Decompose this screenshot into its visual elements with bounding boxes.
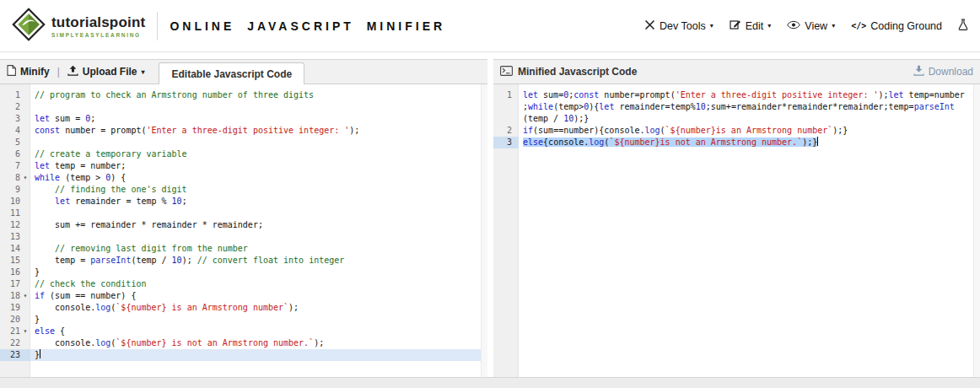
line-number[interactable]: 22 — [0, 337, 30, 349]
nav-edit-label: Edit — [746, 20, 764, 32]
editable-code-editor[interactable]: 1// program to check an Armstrong number… — [0, 84, 487, 377]
line-number[interactable]: 20 — [0, 314, 30, 326]
right-editor-vertical-scrollbar[interactable] — [973, 84, 980, 377]
minified-code-title: Minified Javascript Code — [518, 66, 637, 78]
line-number[interactable]: 3 — [0, 113, 30, 125]
line-number[interactable]: 8▾ — [0, 172, 30, 184]
code-line[interactable]: 14 // removing last digit from the numbe… — [0, 243, 487, 255]
line-number[interactable]: 11 — [0, 207, 30, 219]
left-editor-vertical-scrollbar[interactable] — [481, 84, 487, 377]
upload-file-label: Upload File — [83, 66, 137, 78]
fold-toggle-icon[interactable]: ▾ — [20, 326, 30, 337]
line-number[interactable]: 12 — [0, 219, 30, 231]
fold-toggle-icon[interactable]: ▾ — [20, 290, 30, 302]
line-number[interactable]: 21▾ — [0, 326, 30, 337]
line-number[interactable]: 13 — [0, 231, 30, 243]
line-number[interactable]: 9 — [0, 184, 30, 196]
chevron-down-icon: ▾ — [710, 22, 713, 30]
code-line[interactable]: 12 sum += remainder * remainder * remain… — [0, 219, 487, 231]
line-number[interactable]: 23 — [0, 349, 30, 361]
line-number[interactable]: 19 — [0, 302, 30, 314]
code-line[interactable]: 23} — [0, 349, 487, 361]
line-number[interactable]: 5 — [0, 137, 30, 148]
line-number[interactable]: 1 — [0, 89, 30, 101]
code-line[interactable]: 18▾if (sum == number) { — [0, 290, 487, 302]
fold-toggle-icon[interactable]: ▾ — [20, 172, 30, 184]
upload-file-button[interactable]: Upload File ▾ — [67, 65, 145, 78]
line-number[interactable]: 6 — [0, 148, 30, 160]
line-number[interactable]: 2 — [493, 125, 519, 137]
editable-code-panel: Minify | Upload File ▾ Editable Javascri… — [0, 59, 487, 377]
line-number[interactable]: 10 — [0, 196, 30, 207]
line-number[interactable]: 17 — [0, 278, 30, 290]
code-line[interactable]: 21▾else { — [0, 326, 487, 337]
code-line[interactable]: 5 — [0, 137, 487, 148]
line-number[interactable]: 16 — [0, 267, 30, 278]
code-line[interactable]: 2 — [0, 101, 487, 113]
tutorialspoint-logo[interactable]: tutorialspoint SIMPLYEASYLEARNING — [12, 8, 145, 45]
code-line[interactable]: 8▾while (temp > 0) { — [0, 172, 487, 184]
line-number[interactable]: 15 — [0, 255, 30, 267]
dev-tools-icon — [644, 19, 655, 33]
line-number[interactable]: 1 — [493, 89, 519, 125]
code-line[interactable]: 3let sum = 0; — [0, 113, 487, 125]
code-line[interactable]: 6// create a temporary variable — [0, 148, 487, 160]
toolbar-separator: | — [57, 66, 60, 78]
nav-dev-tools[interactable]: Dev Tools ▾ — [644, 19, 713, 33]
nav-coding-ground[interactable]: </> Coding Ground — [851, 20, 942, 32]
nav-view[interactable]: View ▾ — [787, 20, 835, 32]
code-line[interactable]: 7let temp = number; — [0, 160, 487, 172]
code-lines: 1let sum=0;const number=prompt('Enter a … — [493, 84, 980, 148]
app-header: tutorialspoint SIMPLYEASYLEARNING ONLINE… — [0, 0, 980, 52]
nav-coding-ground-label: Coding Ground — [870, 20, 942, 32]
code-line[interactable]: 1let sum=0;const number=prompt('Enter a … — [493, 89, 980, 125]
code-icon: </> — [851, 21, 866, 30]
code-line[interactable]: 19 console.log(`${number} is an Armstron… — [0, 302, 487, 314]
nav-lab[interactable] — [958, 19, 968, 34]
code-line[interactable]: 15 temp = parseInt(temp / 10); // conver… — [0, 255, 487, 267]
line-number[interactable]: 7 — [0, 160, 30, 172]
minify-button-label: Minify — [20, 66, 50, 78]
line-number[interactable]: 4 — [0, 125, 30, 137]
left-toolbar: Minify | Upload File ▾ Editable Javascri… — [0, 59, 487, 84]
download-button[interactable]: Download — [913, 65, 973, 78]
code-line[interactable]: 10 let remainder = temp % 10; — [0, 196, 487, 207]
code-lines: 1// program to check an Armstrong number… — [0, 84, 487, 361]
right-toolbar: Minified Javascript Code Download — [493, 59, 980, 84]
code-line[interactable]: 1// program to check an Armstrong number… — [0, 89, 487, 101]
page-title: ONLINE JAVASCRIPT MINIFIER — [170, 19, 445, 33]
code-line[interactable]: 13 — [0, 231, 487, 243]
code-line[interactable]: 20} — [0, 314, 487, 326]
tab-label: Editable Javascript Code — [171, 68, 292, 80]
line-number[interactable]: 3 — [493, 137, 519, 148]
line-number[interactable]: 14 — [0, 243, 30, 255]
code-line[interactable]: 4const number = prompt('Enter a three-di… — [0, 125, 487, 137]
logo-wordmark: tutorialspoint — [51, 14, 145, 31]
code-line[interactable]: 11 — [0, 207, 487, 219]
code-line[interactable]: 17// check the condition — [0, 278, 487, 290]
header-divider — [157, 12, 158, 40]
terminal-icon — [500, 66, 513, 78]
chevron-down-icon: ▾ — [767, 22, 771, 30]
tab-editable-javascript-code[interactable]: Editable Javascript Code — [159, 62, 304, 84]
minified-code-panel: Minified Javascript Code Download 1let s… — [493, 59, 980, 377]
minified-code-editor[interactable]: 1let sum=0;const number=prompt('Enter a … — [493, 84, 980, 377]
selected-text: else{console.log(`${number}is not an Arm… — [523, 137, 817, 147]
code-line[interactable]: 2if(sum==number){console.log(`${number}i… — [493, 125, 980, 137]
nav-edit[interactable]: Edit ▾ — [730, 19, 772, 33]
lab-flask-icon — [958, 19, 968, 34]
minify-button[interactable]: Minify — [7, 65, 50, 78]
code-line[interactable]: 16} — [0, 267, 487, 278]
chevron-down-icon: ▾ — [832, 22, 835, 30]
code-line[interactable]: 3else{console.log(`${number}is not an Ar… — [493, 137, 980, 148]
line-number[interactable]: 2 — [0, 101, 30, 113]
eye-icon — [787, 20, 800, 32]
header-nav: Dev Tools ▾ Edit ▾ View ▾ </> Coding Gro… — [644, 19, 968, 34]
code-line[interactable]: 22 console.log(`${number} is not an Arms… — [0, 337, 487, 349]
split-view: Minify | Upload File ▾ Editable Javascri… — [0, 59, 980, 377]
horizontal-scrollbar[interactable] — [0, 377, 980, 388]
line-number[interactable]: 18▾ — [0, 290, 30, 302]
logo-tagline: SIMPLYEASYLEARNING — [51, 32, 145, 38]
minified-code-title-group: Minified Javascript Code — [500, 66, 637, 78]
code-line[interactable]: 9 // finding the one's digit — [0, 184, 487, 196]
